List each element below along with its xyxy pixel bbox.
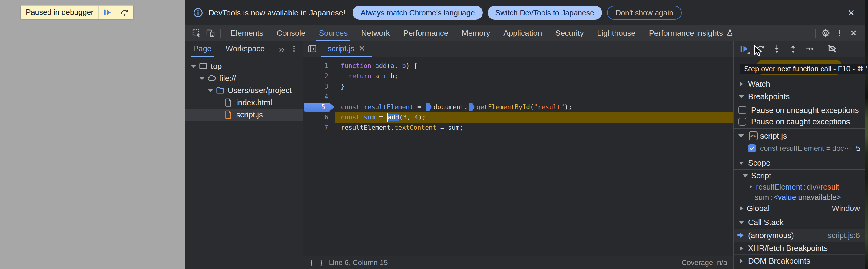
watch-label: Watch (748, 79, 770, 89)
tab-performance[interactable]: Performance (397, 25, 455, 41)
line-number-gutter[interactable]: 4 (304, 91, 335, 102)
section-watch[interactable]: Watch (734, 78, 865, 90)
step-over-badge-button[interactable] (116, 6, 133, 19)
code-line-4[interactable]: 4 (304, 91, 733, 102)
devtools-close-icon[interactable]: ✕ (846, 25, 861, 41)
code-line-2[interactable]: 2 return a + b; (304, 71, 733, 81)
section-breakpoints[interactable]: Breakpoints (734, 90, 865, 103)
line-number-gutter[interactable]: 7 (304, 123, 335, 133)
pretty-print-icon[interactable]: { } (310, 259, 324, 267)
code-text[interactable]: resultElement.textContent = sum; (335, 123, 733, 133)
editor-tab-close-icon[interactable]: ✕ (359, 44, 365, 53)
code-text[interactable]: } (335, 81, 733, 91)
code-line-7[interactable]: 7resultElement.textContent = sum; (304, 123, 733, 133)
inline-breakpoint-marker-icon[interactable] (426, 103, 432, 111)
breakpoint-file-group[interactable]: <> script.js (734, 130, 865, 142)
breakpoint-checkbox[interactable] (748, 144, 756, 152)
tree-item-index-html[interactable]: index.html (185, 97, 303, 109)
infobar-action-0[interactable]: Always match Chrome's language (352, 6, 483, 20)
panel-tabs: ElementsConsoleSourcesNetworkPerformance… (224, 25, 741, 41)
tab-network[interactable]: Network (354, 25, 397, 41)
section-call-stack[interactable]: Call Stack (734, 216, 865, 229)
code-text[interactable]: function add(a, b) { (335, 61, 733, 71)
scope-var-sum[interactable]: sum: <value unavailable> (734, 192, 865, 202)
tab-elements[interactable]: Elements (224, 25, 270, 41)
tab-security[interactable]: Security (549, 25, 591, 41)
long-press-indicator (747, 51, 750, 54)
expand-triangle-icon[interactable] (208, 89, 213, 92)
step-out-button[interactable] (785, 42, 801, 56)
colon: : (804, 183, 806, 191)
section-scope[interactable]: Scope (734, 157, 865, 169)
pause-caught-checkbox[interactable] (738, 118, 746, 126)
infobar-close-icon[interactable]: ✕ (845, 7, 857, 18)
scope-global-group[interactable]: Global Window (734, 202, 865, 214)
tab-memory[interactable]: Memory (455, 25, 497, 41)
tab-sources[interactable]: Sources (312, 25, 354, 41)
coverage-label: Coverage: n/a (681, 259, 727, 267)
tab-page[interactable]: Page (193, 41, 212, 57)
resume-script-execution-button[interactable] (736, 42, 752, 56)
scope-script-group[interactable]: Script (734, 169, 865, 182)
line-number-gutter[interactable]: 2 (304, 71, 335, 81)
tab-application[interactable]: Application (497, 25, 549, 41)
code-line-3[interactable]: 3} (304, 81, 733, 91)
tab-label: Memory (462, 28, 490, 38)
tab-console[interactable]: Console (270, 25, 312, 41)
section-dom-breakpoints[interactable]: DOM Breakpoints (734, 254, 865, 267)
settings-gear-icon[interactable] (818, 25, 833, 41)
resume-script-button[interactable] (98, 6, 116, 19)
expand-triangle-icon[interactable] (199, 77, 205, 80)
more-tabs-icon[interactable]: » (279, 44, 284, 54)
tree-item-top[interactable]: top (185, 60, 303, 72)
global-label: Global (747, 204, 770, 213)
step-button[interactable] (801, 42, 818, 56)
scope-label: Scope (748, 158, 771, 168)
code-text[interactable] (335, 91, 733, 102)
call-stack-frame[interactable]: (anonymous) script.js:6 (734, 229, 865, 242)
inline-breakpoint-marker-icon[interactable] (468, 103, 474, 111)
breakpoint-line-number: 5 (856, 144, 861, 153)
code-text[interactable]: return a + b; (335, 71, 733, 81)
global-value: Window (832, 204, 865, 213)
tab-workspace[interactable]: Workspace (226, 41, 265, 57)
scope-var-resultelement[interactable]: resultElement: div#result (734, 182, 865, 192)
more-options-kebab-icon[interactable] (833, 25, 846, 41)
code-text[interactable]: const resultElement = document.getElemen… (335, 102, 733, 112)
cursor-position-label: Line 6, Column 15 (329, 259, 388, 267)
tab-performance-insights[interactable]: Performance insights (642, 25, 741, 41)
tree-item-file-[interactable]: file:// (185, 72, 303, 84)
pause-uncaught-checkbox[interactable] (738, 106, 746, 114)
step-over-tooltip: Step over next function call - F10 - ⌘ ' (740, 64, 868, 74)
expand-triangle-icon[interactable] (191, 64, 196, 68)
device-toolbar-button[interactable] (204, 25, 217, 41)
tab-lighthouse[interactable]: Lighthouse (590, 25, 642, 41)
var-name: sum (755, 193, 769, 202)
breakpoint-entry[interactable]: const resultElement = doc⋯ 5 (734, 142, 865, 154)
inspect-element-button[interactable] (190, 25, 204, 41)
infobar-action-2[interactable]: Don't show again (607, 6, 682, 20)
tree-item-label: index.html (236, 98, 272, 107)
code-line-6[interactable]: 6const sum = add(3, 4); (304, 112, 733, 123)
step-into-button[interactable] (769, 42, 785, 56)
code-editor[interactable]: 1function add(a, b) {2 return a + b;3}45… (304, 57, 733, 255)
line-number-gutter[interactable]: 1 (304, 61, 335, 71)
tree-item-script-js[interactable]: script.js (185, 109, 303, 121)
code-line-1[interactable]: 1function add(a, b) { (304, 61, 733, 71)
editor-tab-scriptjs[interactable]: script.js ✕ (321, 41, 372, 57)
section-xhr-breakpoints[interactable]: XHR/fetch Breakpoints (734, 242, 865, 254)
infobar-action-1[interactable]: Switch DevTools to Japanese (488, 6, 602, 20)
hide-navigator-icon[interactable] (304, 41, 321, 57)
tree-item-users-user-project[interactable]: Users/user/project (185, 84, 303, 97)
deactivate-breakpoints-button[interactable] (824, 42, 840, 56)
line-number-gutter[interactable]: 5 (304, 102, 335, 112)
breakpoint-marker[interactable]: 5 (304, 103, 334, 112)
code-line-5[interactable]: 5const resultElement = document.getEleme… (304, 102, 733, 112)
navigator-menu-icon[interactable] (290, 45, 298, 52)
devtools-toolbar: ElementsConsoleSourcesNetworkPerformance… (185, 25, 865, 41)
debugger-toolbar (734, 41, 865, 57)
editor-pane: script.js ✕ 1function add(a, b) {2 retur… (304, 41, 733, 269)
line-number-gutter[interactable]: 3 (304, 81, 335, 91)
code-text[interactable]: const sum = add(3, 4); (335, 112, 733, 123)
line-number-gutter[interactable]: 6 (304, 112, 335, 123)
